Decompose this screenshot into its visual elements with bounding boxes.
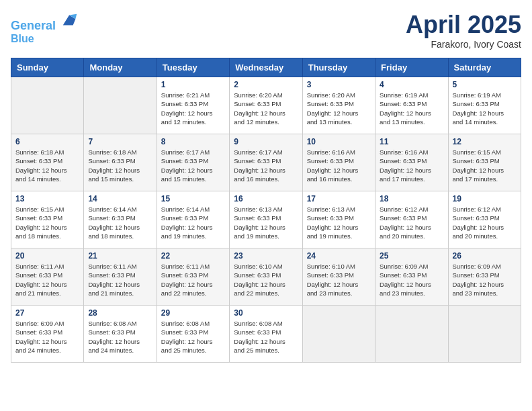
calendar-day-cell: 15Sunrise: 6:14 AM Sunset: 6:33 PM Dayli… bbox=[157, 191, 229, 248]
day-number: 18 bbox=[380, 194, 443, 203]
day-number: 1 bbox=[161, 80, 225, 89]
day-info: Sunrise: 6:15 AM Sunset: 6:33 PM Dayligh… bbox=[453, 148, 517, 183]
day-info: Sunrise: 6:14 AM Sunset: 6:33 PM Dayligh… bbox=[161, 205, 225, 240]
day-info: Sunrise: 6:12 AM Sunset: 6:33 PM Dayligh… bbox=[380, 205, 443, 240]
day-number: 3 bbox=[307, 80, 371, 89]
day-info: Sunrise: 6:11 AM Sunset: 6:33 PM Dayligh… bbox=[161, 262, 225, 298]
calendar-day-cell: 2Sunrise: 6:20 AM Sunset: 6:33 PM Daylig… bbox=[230, 77, 302, 134]
logo-general: General bbox=[11, 19, 56, 32]
day-number: 17 bbox=[307, 194, 371, 203]
day-info: Sunrise: 6:20 AM Sunset: 6:33 PM Dayligh… bbox=[307, 91, 371, 126]
day-number: 27 bbox=[15, 308, 79, 318]
day-number: 5 bbox=[453, 80, 517, 89]
day-info: Sunrise: 6:21 AM Sunset: 6:33 PM Dayligh… bbox=[161, 91, 225, 126]
day-info: Sunrise: 6:08 AM Sunset: 6:33 PM Dayligh… bbox=[161, 319, 225, 355]
logo: General Blue bbox=[11, 11, 79, 44]
day-number: 25 bbox=[380, 251, 443, 261]
calendar-day-cell: 1Sunrise: 6:21 AM Sunset: 6:33 PM Daylig… bbox=[157, 77, 229, 134]
location-subtitle: Farakoro, Ivory Coast bbox=[406, 39, 521, 50]
calendar-day-cell: 18Sunrise: 6:12 AM Sunset: 6:33 PM Dayli… bbox=[375, 191, 448, 248]
day-number: 2 bbox=[234, 80, 298, 89]
day-info: Sunrise: 6:14 AM Sunset: 6:33 PM Dayligh… bbox=[88, 205, 152, 240]
day-number: 29 bbox=[161, 308, 225, 318]
calendar-day-cell: 16Sunrise: 6:13 AM Sunset: 6:33 PM Dayli… bbox=[230, 191, 302, 248]
day-info: Sunrise: 6:11 AM Sunset: 6:33 PM Dayligh… bbox=[15, 262, 79, 298]
calendar-day-cell: 10Sunrise: 6:16 AM Sunset: 6:33 PM Dayli… bbox=[302, 134, 375, 191]
day-info: Sunrise: 6:19 AM Sunset: 6:33 PM Dayligh… bbox=[453, 91, 517, 126]
calendar-day-cell: 4Sunrise: 6:19 AM Sunset: 6:33 PM Daylig… bbox=[375, 77, 448, 134]
calendar-day-cell: 29Sunrise: 6:08 AM Sunset: 6:33 PM Dayli… bbox=[157, 306, 229, 363]
calendar-day-cell: 23Sunrise: 6:10 AM Sunset: 6:33 PM Dayli… bbox=[230, 248, 302, 306]
day-of-week-header: Tuesday bbox=[157, 58, 229, 77]
calendar-day-cell: 6Sunrise: 6:18 AM Sunset: 6:33 PM Daylig… bbox=[11, 134, 84, 191]
calendar-day-cell: 7Sunrise: 6:18 AM Sunset: 6:33 PM Daylig… bbox=[84, 134, 157, 191]
logo-text: General bbox=[11, 11, 79, 33]
day-number: 28 bbox=[88, 308, 152, 318]
day-number: 15 bbox=[161, 194, 225, 203]
day-number: 24 bbox=[307, 251, 371, 261]
day-info: Sunrise: 6:09 AM Sunset: 6:33 PM Dayligh… bbox=[15, 319, 79, 355]
calendar-day-cell: 3Sunrise: 6:20 AM Sunset: 6:33 PM Daylig… bbox=[302, 77, 375, 134]
calendar-day-cell: 24Sunrise: 6:10 AM Sunset: 6:33 PM Dayli… bbox=[302, 248, 375, 306]
day-info: Sunrise: 6:10 AM Sunset: 6:33 PM Dayligh… bbox=[307, 262, 371, 298]
calendar-day-cell: 13Sunrise: 6:15 AM Sunset: 6:33 PM Dayli… bbox=[11, 191, 84, 248]
day-number: 22 bbox=[161, 251, 225, 261]
day-info: Sunrise: 6:13 AM Sunset: 6:33 PM Dayligh… bbox=[307, 205, 371, 240]
day-number: 9 bbox=[234, 137, 298, 146]
day-info: Sunrise: 6:17 AM Sunset: 6:33 PM Dayligh… bbox=[234, 148, 298, 183]
calendar-day-cell bbox=[84, 77, 157, 134]
day-info: Sunrise: 6:19 AM Sunset: 6:33 PM Dayligh… bbox=[380, 91, 443, 126]
day-info: Sunrise: 6:18 AM Sunset: 6:33 PM Dayligh… bbox=[88, 148, 152, 183]
calendar-day-cell bbox=[11, 77, 84, 134]
calendar-day-cell: 27Sunrise: 6:09 AM Sunset: 6:33 PM Dayli… bbox=[11, 306, 84, 363]
day-info: Sunrise: 6:08 AM Sunset: 6:33 PM Dayligh… bbox=[234, 319, 298, 355]
calendar-header-row: SundayMondayTuesdayWednesdayThursdayFrid… bbox=[11, 58, 521, 77]
calendar-day-cell bbox=[448, 306, 521, 363]
day-info: Sunrise: 6:18 AM Sunset: 6:33 PM Dayligh… bbox=[15, 148, 79, 183]
day-number: 13 bbox=[15, 194, 79, 203]
day-info: Sunrise: 6:10 AM Sunset: 6:33 PM Dayligh… bbox=[234, 262, 298, 298]
logo-blue: Blue bbox=[11, 33, 79, 45]
day-info: Sunrise: 6:15 AM Sunset: 6:33 PM Dayligh… bbox=[15, 205, 79, 240]
day-info: Sunrise: 6:16 AM Sunset: 6:33 PM Dayligh… bbox=[380, 148, 443, 183]
calendar-day-cell: 21Sunrise: 6:11 AM Sunset: 6:33 PM Dayli… bbox=[84, 248, 157, 306]
day-info: Sunrise: 6:16 AM Sunset: 6:33 PM Dayligh… bbox=[307, 148, 371, 183]
calendar-day-cell: 25Sunrise: 6:09 AM Sunset: 6:33 PM Dayli… bbox=[375, 248, 448, 306]
day-number: 26 bbox=[453, 251, 517, 261]
calendar-day-cell bbox=[375, 306, 448, 363]
calendar-week-row: 1Sunrise: 6:21 AM Sunset: 6:33 PM Daylig… bbox=[11, 77, 521, 134]
day-number: 23 bbox=[234, 251, 298, 261]
calendar-day-cell bbox=[302, 306, 375, 363]
title-block: April 2025 Farakoro, Ivory Coast bbox=[406, 11, 521, 50]
calendar-week-row: 27Sunrise: 6:09 AM Sunset: 6:33 PM Dayli… bbox=[11, 306, 521, 363]
day-number: 11 bbox=[380, 137, 443, 146]
calendar-day-cell: 26Sunrise: 6:09 AM Sunset: 6:33 PM Dayli… bbox=[448, 248, 521, 306]
day-number: 4 bbox=[380, 80, 443, 89]
day-number: 12 bbox=[453, 137, 517, 146]
calendar-day-cell: 17Sunrise: 6:13 AM Sunset: 6:33 PM Dayli… bbox=[302, 191, 375, 248]
day-number: 10 bbox=[307, 137, 371, 146]
day-number: 14 bbox=[88, 194, 152, 203]
day-number: 21 bbox=[88, 251, 152, 261]
calendar-day-cell: 22Sunrise: 6:11 AM Sunset: 6:33 PM Dayli… bbox=[157, 248, 229, 306]
calendar-day-cell: 20Sunrise: 6:11 AM Sunset: 6:33 PM Dayli… bbox=[11, 248, 84, 306]
day-info: Sunrise: 6:11 AM Sunset: 6:33 PM Dayligh… bbox=[88, 262, 152, 298]
day-of-week-header: Wednesday bbox=[230, 58, 302, 77]
calendar-day-cell: 5Sunrise: 6:19 AM Sunset: 6:33 PM Daylig… bbox=[448, 77, 521, 134]
calendar-day-cell: 9Sunrise: 6:17 AM Sunset: 6:33 PM Daylig… bbox=[230, 134, 302, 191]
day-info: Sunrise: 6:20 AM Sunset: 6:33 PM Dayligh… bbox=[234, 91, 298, 126]
day-number: 16 bbox=[234, 194, 298, 203]
day-info: Sunrise: 6:09 AM Sunset: 6:33 PM Dayligh… bbox=[380, 262, 443, 298]
calendar-day-cell: 8Sunrise: 6:17 AM Sunset: 6:33 PM Daylig… bbox=[157, 134, 229, 191]
day-number: 20 bbox=[15, 251, 79, 261]
day-info: Sunrise: 6:13 AM Sunset: 6:33 PM Dayligh… bbox=[234, 205, 298, 240]
calendar-day-cell: 12Sunrise: 6:15 AM Sunset: 6:33 PM Dayli… bbox=[448, 134, 521, 191]
day-of-week-header: Thursday bbox=[302, 58, 375, 77]
page-header: General Blue April 2025 Farakoro, Ivory … bbox=[11, 11, 521, 50]
day-number: 19 bbox=[453, 194, 517, 203]
calendar-day-cell: 11Sunrise: 6:16 AM Sunset: 6:33 PM Dayli… bbox=[375, 134, 448, 191]
calendar-day-cell: 28Sunrise: 6:08 AM Sunset: 6:33 PM Dayli… bbox=[84, 306, 157, 363]
calendar-day-cell: 19Sunrise: 6:12 AM Sunset: 6:33 PM Dayli… bbox=[448, 191, 521, 248]
day-of-week-header: Friday bbox=[375, 58, 448, 77]
day-of-week-header: Saturday bbox=[448, 58, 521, 77]
